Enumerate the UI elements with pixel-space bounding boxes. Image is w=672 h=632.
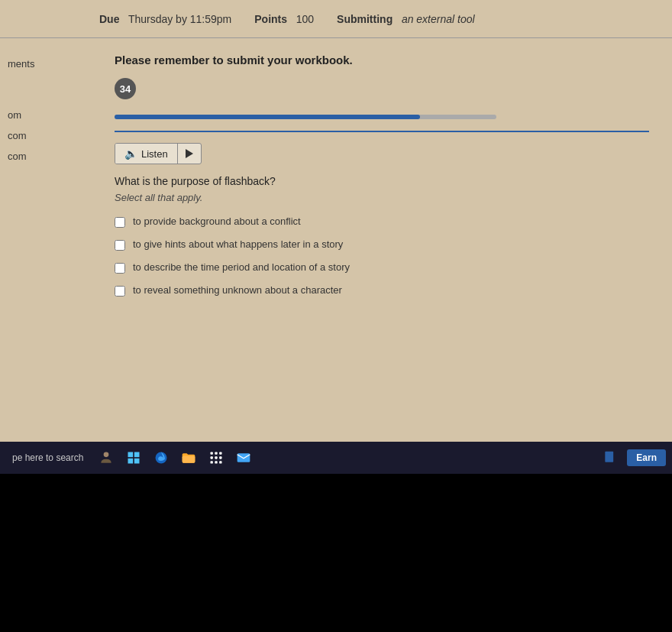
svg-rect-17: [606, 452, 614, 462]
taskbar-windows-icon[interactable]: [123, 447, 144, 468]
due-date: Thursday by 11:59pm: [128, 13, 231, 25]
svg-rect-7: [211, 452, 213, 455]
svg-point-0: [104, 452, 109, 458]
taskbar-apps-icon[interactable]: [205, 447, 227, 468]
svg-rect-2: [134, 452, 140, 458]
black-area: [0, 474, 672, 632]
checkbox-3[interactable]: [115, 263, 125, 274]
svg-rect-9: [220, 452, 222, 455]
option-1-text: to provide background about a conflict: [133, 216, 301, 227]
taskbar-document-icon[interactable]: [599, 447, 621, 468]
sidebar-item-0: ments: [0, 53, 92, 74]
svg-rect-6: [183, 456, 195, 463]
submitting-label: Submitting: [337, 13, 393, 25]
speaker-icon: 🔈: [124, 147, 137, 160]
taskbar-avatar[interactable]: [95, 447, 117, 468]
question-text: What is the purpose of flashback?: [115, 175, 649, 187]
due-info: Due Thursday by 11:59pm: [99, 13, 231, 25]
checkbox-1[interactable]: [115, 217, 125, 228]
sidebar-item-2: com: [0, 125, 92, 146]
svg-rect-13: [211, 461, 213, 463]
svg-rect-8: [215, 452, 218, 455]
svg-rect-1: [128, 452, 134, 458]
points-value: 100: [296, 13, 314, 25]
svg-rect-12: [220, 456, 222, 459]
taskbar-search-text[interactable]: pe here to search: [6, 452, 89, 463]
svg-rect-14: [215, 461, 218, 463]
checkbox-4[interactable]: [115, 286, 125, 297]
sidebar-item-1: om: [0, 105, 92, 125]
taskbar-mail-icon[interactable]: [233, 447, 254, 468]
svg-rect-3: [128, 459, 134, 464]
option-3[interactable]: to describe the time period and location…: [115, 261, 649, 274]
option-3-text: to describe the time period and location…: [133, 261, 350, 273]
listen-button[interactable]: 🔈 Listen: [115, 144, 178, 164]
points-info: Points 100: [254, 13, 314, 25]
taskbar-folder-icon[interactable]: [178, 447, 199, 468]
submit-notice: Please remember to submit your workbook.: [115, 53, 649, 66]
content-area: Please remember to submit your workbook.…: [92, 38, 672, 322]
sidebar-item-3: com: [0, 146, 92, 167]
header-bar: Due Thursday by 11:59pm Points 100 Submi…: [0, 0, 672, 38]
checkbox-2[interactable]: [115, 240, 125, 251]
taskbar: pe here to search: [0, 442, 672, 474]
main-content: Due Thursday by 11:59pm Points 100 Submi…: [0, 0, 672, 474]
play-triangle-icon: [186, 149, 193, 158]
svg-rect-4: [134, 459, 140, 464]
option-1[interactable]: to provide background about a conflict: [115, 216, 649, 228]
answer-options: to provide background about a conflict t…: [115, 216, 649, 297]
option-4-text: to reveal something unknown about a char…: [133, 284, 342, 296]
svg-rect-10: [211, 456, 213, 459]
question-number-badge: 34: [115, 78, 136, 99]
select-all-label: Select all that apply.: [115, 192, 649, 203]
listen-label: Listen: [141, 148, 168, 160]
submitting-info: Submitting an external tool: [337, 13, 475, 25]
progress-bar-fill: [115, 115, 420, 119]
option-2-text: to give hints about what happens later i…: [133, 238, 343, 250]
due-label: Due: [99, 13, 119, 25]
taskbar-browser-icon[interactable]: [150, 447, 172, 468]
submitting-value: an external tool: [402, 13, 475, 25]
svg-rect-16: [237, 453, 250, 462]
progress-bar-container: [115, 115, 496, 119]
svg-rect-11: [215, 456, 218, 459]
svg-rect-15: [220, 461, 222, 463]
sidebar: ments om com com: [0, 38, 92, 167]
points-label: Points: [254, 13, 287, 25]
option-4[interactable]: to reveal something unknown about a char…: [115, 284, 649, 297]
play-button[interactable]: [178, 145, 201, 162]
earn-button[interactable]: Earn: [627, 449, 666, 466]
listen-controls[interactable]: 🔈 Listen: [115, 143, 202, 164]
divider-line: [115, 131, 649, 132]
option-2[interactable]: to give hints about what happens later i…: [115, 238, 649, 251]
